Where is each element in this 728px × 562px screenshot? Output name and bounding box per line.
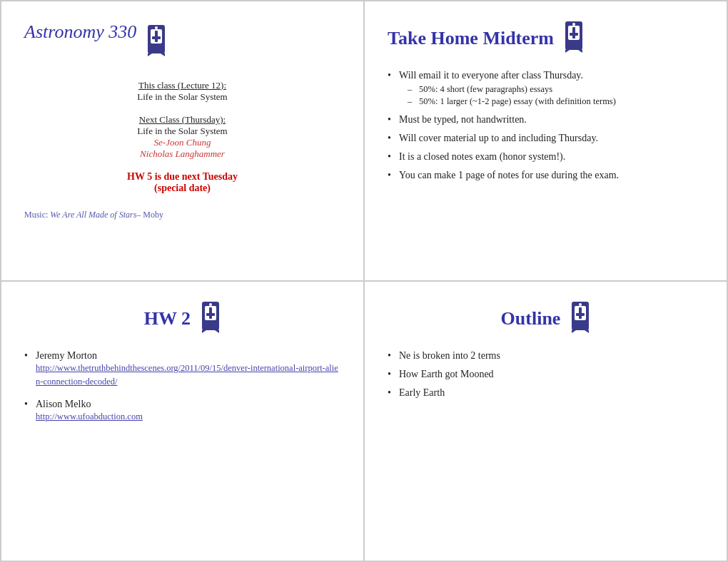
music-note: Music: We Are All Made of Stars– Moby bbox=[24, 210, 340, 220]
hw2-title: HW 2 bbox=[144, 308, 191, 329]
svg-rect-4 bbox=[152, 36, 161, 39]
hw-notice-line2: (special date) bbox=[24, 183, 340, 194]
this-class-value: Life in the Solar System bbox=[24, 91, 340, 103]
hw-notice-line1: HW 5 is due next Tuesday bbox=[24, 171, 340, 183]
presenter1: Se-Joon Chung bbox=[24, 137, 340, 148]
midterm-sub-1-1: 50%: 4 short (few paragraphs) essays bbox=[408, 84, 704, 95]
hw2-item-2: Alison Melko http://www.ufoabduction.com bbox=[24, 399, 340, 424]
hw2-link-1[interactable]: http://www.thetruthbehindthescenes.org/2… bbox=[36, 362, 340, 389]
midterm-bullet-1: Will email it to everyone after class Th… bbox=[388, 70, 704, 107]
bookmark-icon-2 bbox=[564, 21, 584, 56]
outline-bullet-2: How Earth got Mooned bbox=[388, 369, 704, 380]
bookmark-icon-3 bbox=[201, 302, 221, 336]
svg-rect-10 bbox=[570, 33, 578, 36]
svg-rect-22 bbox=[576, 313, 585, 316]
slide-astronomy-330: Astronomy 330 This class (Lecture 12): L… bbox=[1, 1, 364, 281]
hw2-name-2: Alison Melko bbox=[36, 399, 91, 409]
midterm-bullets: Will email it to everyone after class Th… bbox=[388, 70, 704, 181]
presenter2: Nicholas Langhammer bbox=[24, 148, 340, 160]
outline-bullet-1: Ne is broken into 2 terms bbox=[388, 350, 704, 362]
svg-point-17 bbox=[209, 303, 212, 306]
svg-point-11 bbox=[572, 23, 575, 26]
svg-point-5 bbox=[155, 26, 158, 29]
next-class-info: Next Class (Thursday): Life in the Solar… bbox=[24, 114, 340, 160]
outline-bullets: Ne is broken into 2 terms How Earth got … bbox=[388, 350, 704, 399]
slide-hw2: HW 2 Jeremy Morton http://www.thetruthbe… bbox=[1, 281, 364, 561]
next-class-value: Life in the Solar System bbox=[24, 126, 340, 137]
hw2-items: Jeremy Morton http://www.thetruthbehindt… bbox=[24, 350, 340, 423]
this-class-info: This class (Lecture 12): Life in the Sol… bbox=[24, 80, 340, 103]
slide-take-home-midterm: Take Home Midterm Will email it to every… bbox=[364, 1, 727, 281]
midterm-bullet-4: It is a closed notes exam (honor system!… bbox=[388, 151, 704, 163]
bookmark-icon-4 bbox=[570, 302, 590, 336]
midterm-bullet-5: You can make 1 page of notes for use dur… bbox=[388, 170, 704, 181]
slide-outline: Outline Ne is broken into 2 terms How Ea… bbox=[364, 281, 727, 561]
svg-point-23 bbox=[579, 303, 582, 306]
this-class-label: This class (Lecture 12): bbox=[24, 80, 340, 91]
midterm-bullet-3: Will cover material up to and including … bbox=[388, 133, 704, 144]
music-title: We Are All Made of Stars bbox=[50, 210, 136, 220]
music-suffix: – Moby bbox=[136, 210, 163, 220]
svg-rect-16 bbox=[206, 313, 215, 316]
midterm-title: Take Home Midterm bbox=[388, 28, 554, 49]
outline-bullet-3: Early Earth bbox=[388, 387, 704, 399]
next-class-label: Next Class (Thursday): bbox=[24, 114, 340, 126]
midterm-sub-1-2: 50%: 1 larger (~1-2 page) essay (with de… bbox=[408, 96, 704, 107]
outline-title: Outline bbox=[501, 308, 561, 329]
hw-notice: HW 5 is due next Tuesday (special date) bbox=[24, 171, 340, 194]
hw2-item-1: Jeremy Morton http://www.thetruthbehindt… bbox=[24, 350, 340, 389]
midterm-bullet-2: Must be typed, not handwritten. bbox=[388, 114, 704, 126]
hw2-link-2[interactable]: http://www.ufoabduction.com bbox=[36, 410, 340, 424]
music-prefix: Music: bbox=[24, 210, 50, 220]
hw2-name-1: Jeremy Morton bbox=[36, 350, 97, 361]
bookmark-icon-1 bbox=[146, 25, 166, 59]
astronomy-title: Astronomy 330 bbox=[24, 21, 136, 43]
slide-grid: Astronomy 330 This class (Lecture 12): L… bbox=[0, 0, 728, 562]
midterm-subbullets-1: 50%: 4 short (few paragraphs) essays 50%… bbox=[408, 84, 704, 107]
